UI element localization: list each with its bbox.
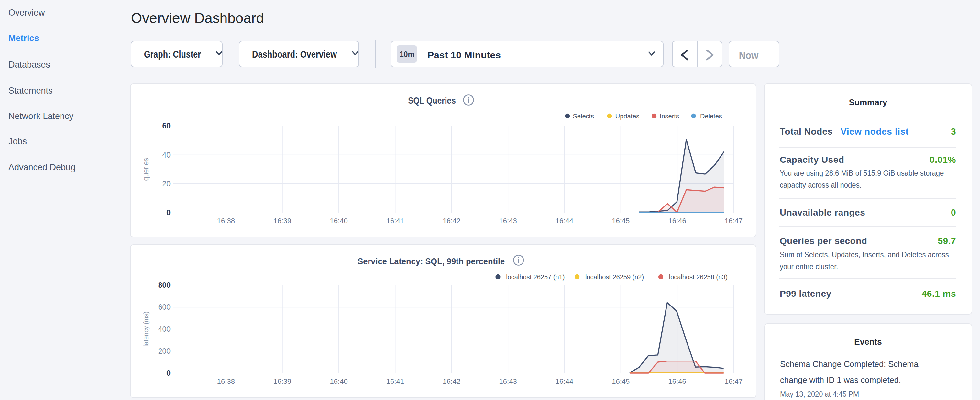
svg-text:16:44: 16:44 xyxy=(555,217,573,225)
svg-text:16:38: 16:38 xyxy=(217,217,235,225)
svg-text:localhost:26258 (n3): localhost:26258 (n3) xyxy=(669,274,728,280)
svg-text:16:42: 16:42 xyxy=(442,217,460,225)
svg-text:200: 200 xyxy=(158,347,170,355)
svg-text:16:46: 16:46 xyxy=(668,217,686,225)
svg-text:16:45: 16:45 xyxy=(612,217,630,225)
svg-text:600: 600 xyxy=(158,303,170,311)
svg-text:16:41: 16:41 xyxy=(386,377,404,386)
svg-text:Deletes: Deletes xyxy=(700,113,722,120)
svg-text:20: 20 xyxy=(162,180,170,188)
svg-text:16:41: 16:41 xyxy=(386,217,404,225)
svg-text:16:47: 16:47 xyxy=(725,377,743,386)
svg-text:16:43: 16:43 xyxy=(499,377,517,386)
svg-text:Inserts: Inserts xyxy=(660,113,679,120)
svg-text:Updates: Updates xyxy=(616,113,640,120)
svg-text:SQL Queries: SQL Queries xyxy=(408,96,455,106)
svg-text:16:45: 16:45 xyxy=(612,377,630,386)
svg-text:40: 40 xyxy=(162,151,170,159)
svg-text:16:40: 16:40 xyxy=(330,217,348,225)
svg-text:Selects: Selects xyxy=(573,113,594,120)
svg-text:16:46: 16:46 xyxy=(668,377,686,386)
svg-text:16:39: 16:39 xyxy=(274,217,291,225)
svg-text:queries: queries xyxy=(142,158,150,181)
svg-text:localhost:26259 (n2): localhost:26259 (n2) xyxy=(585,274,644,280)
svg-text:16:47: 16:47 xyxy=(725,217,743,225)
svg-text:400: 400 xyxy=(158,325,170,333)
svg-text:Service Latency: SQL, 99th per: Service Latency: SQL, 99th percentile xyxy=(358,256,505,266)
svg-text:16:38: 16:38 xyxy=(217,377,235,386)
svg-text:60: 60 xyxy=(162,122,170,130)
svg-text:16:42: 16:42 xyxy=(442,377,460,386)
svg-text:latency (ms): latency (ms) xyxy=(142,311,150,347)
svg-text:16:39: 16:39 xyxy=(274,377,291,386)
svg-text:0: 0 xyxy=(166,369,170,377)
svg-text:0: 0 xyxy=(166,209,170,217)
svg-text:16:40: 16:40 xyxy=(330,377,348,386)
svg-text:800: 800 xyxy=(158,281,170,289)
svg-text:16:44: 16:44 xyxy=(555,377,573,386)
svg-text:localhost:26257 (n1): localhost:26257 (n1) xyxy=(506,274,565,280)
svg-text:16:43: 16:43 xyxy=(499,217,517,225)
